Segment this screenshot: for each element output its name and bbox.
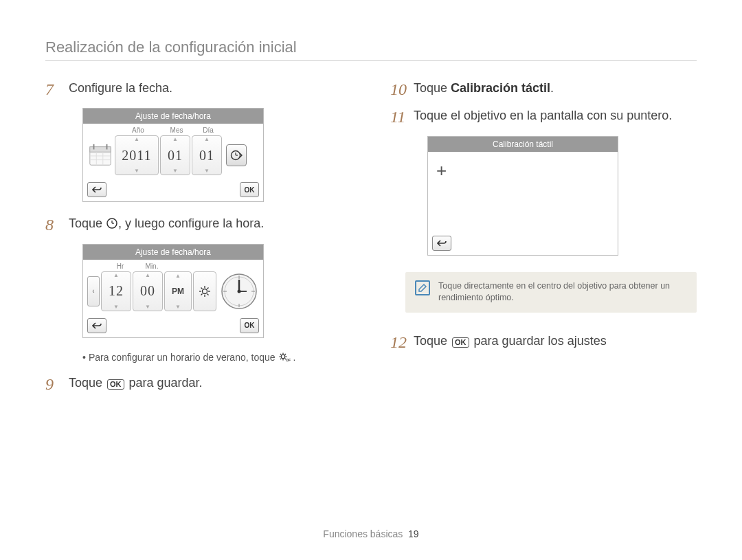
up-arrow-icon[interactable]: ▲ <box>134 137 139 142</box>
touch-calibration-screen: Calibración táctil + <box>427 136 697 256</box>
up-arrow-icon[interactable]: ▲ <box>175 273 181 279</box>
calendar-icon <box>87 142 113 169</box>
year-label: Año <box>116 126 160 134</box>
down-arrow-icon[interactable]: ▼ <box>113 304 119 310</box>
ampm-spinner[interactable]: ▲ PM ▼ <box>164 271 192 311</box>
dst-off-icon: OFF <box>278 352 291 362</box>
step-number: 8 <box>45 216 69 234</box>
month-spinner[interactable]: ▲ 01 ▼ <box>160 135 190 175</box>
pencil-note-icon <box>418 283 427 293</box>
back-button[interactable] <box>87 318 106 333</box>
month-value: 01 <box>168 148 183 164</box>
up-arrow-icon[interactable]: ▲ <box>113 273 119 278</box>
step-number: 9 <box>45 375 69 393</box>
bullet: • <box>82 352 86 363</box>
svg-line-20 <box>207 293 209 295</box>
screen-title: Calibración táctil <box>428 137 618 152</box>
chevron-left-icon: ‹ <box>92 287 94 295</box>
day-value: 01 <box>199 148 214 164</box>
ok-button[interactable]: OK <box>240 318 259 333</box>
ok-icon: OK <box>452 337 469 348</box>
minute-value: 00 <box>140 283 155 299</box>
down-arrow-icon[interactable]: ▼ <box>172 168 178 174</box>
svg-rect-1 <box>90 147 111 153</box>
ampm-value: PM <box>172 287 184 296</box>
page-footer: Funciones básicas 19 <box>0 528 742 539</box>
back-button[interactable] <box>432 236 451 251</box>
hour-spinner[interactable]: ▲ 12 ▼ <box>101 271 131 311</box>
step-text: Toque OK para guardar los ajustes <box>414 333 607 349</box>
down-arrow-icon[interactable]: ▼ <box>204 168 210 174</box>
svg-point-14 <box>203 289 207 293</box>
svg-line-40 <box>284 354 285 355</box>
svg-line-22 <box>207 287 209 289</box>
ok-icon: OK <box>107 379 124 390</box>
svg-point-31 <box>238 289 241 293</box>
tip-text: Toque directamente en el centro del obje… <box>438 280 687 304</box>
ok-button[interactable]: OK <box>240 182 259 197</box>
calibration-target-icon[interactable]: + <box>436 161 447 179</box>
month-label: Mes <box>161 126 192 134</box>
step-text: Toque Calibración táctil. <box>414 80 554 96</box>
clock-icon <box>106 217 118 229</box>
step-11: 11 Toque el objetivo en la pantalla con … <box>390 108 697 126</box>
step-text: Toque OK para guardar. <box>69 375 203 391</box>
down-arrow-icon[interactable]: ▼ <box>175 304 181 310</box>
page-number: 19 <box>408 528 419 539</box>
tip-callout: Toque directamente en el centro del obje… <box>405 272 697 313</box>
step-9: 9 Toque OK para guardar. <box>45 375 352 393</box>
two-column-layout: 7 Configure la fecha. Ajuste de fecha/ho… <box>45 80 697 403</box>
step-8: 8 Toque , y luego configure la hora. <box>45 216 352 234</box>
date-setting-screen: Ajuste de fecha/hora Año Mes Día <box>82 108 352 202</box>
svg-text:OFF: OFF <box>286 358 291 362</box>
clock-next-icon <box>229 148 243 162</box>
hour-label: Hr <box>105 262 135 270</box>
minute-spinner[interactable]: ▲ 00 ▼ <box>133 271 163 311</box>
down-arrow-icon[interactable]: ▼ <box>145 304 150 310</box>
up-arrow-icon[interactable]: ▲ <box>172 137 178 142</box>
screen-title: Ajuste de fecha/hora <box>83 109 263 124</box>
step-number: 12 <box>390 333 414 351</box>
svg-line-21 <box>201 293 203 295</box>
up-arrow-icon[interactable]: ▲ <box>204 137 210 142</box>
minute-label: Min. <box>137 262 167 270</box>
step-text: Toque , y luego configure la hora. <box>69 216 264 232</box>
step-text: Toque el objetivo en la pantalla con su … <box>414 108 672 124</box>
step-number: 10 <box>390 80 414 98</box>
year-value: 2011 <box>122 148 151 164</box>
left-column: 7 Configure la fecha. Ajuste de fecha/ho… <box>45 80 352 403</box>
back-arrow-icon <box>92 186 102 194</box>
day-spinner[interactable]: ▲ 01 ▼ <box>192 135 222 175</box>
note-icon <box>415 280 430 295</box>
manual-page: Realización de la configuración inicial … <box>0 0 742 560</box>
clock-button[interactable] <box>226 144 247 166</box>
day-label: Día <box>193 126 223 134</box>
svg-point-32 <box>281 355 285 359</box>
hour-value: 12 <box>109 283 124 299</box>
svg-line-37 <box>280 354 281 355</box>
svg-line-39 <box>280 358 281 359</box>
step-10: 10 Toque Calibración táctil. <box>390 80 697 98</box>
step-number: 11 <box>390 108 414 126</box>
right-column: 10 Toque Calibración táctil. 11 Toque el… <box>390 80 697 403</box>
clock-dial-icon <box>221 273 258 310</box>
back-button[interactable] <box>87 182 106 197</box>
year-spinner[interactable]: ▲ 2011 ▼ <box>115 135 159 175</box>
dst-sun-icon <box>198 284 212 298</box>
screen-title: Ajuste de fecha/hora <box>83 245 263 260</box>
step-12: 12 Toque OK para guardar los ajustes <box>390 333 697 351</box>
page-title: Realización de la configuración inicial <box>45 38 697 61</box>
back-arrow-icon <box>92 322 102 330</box>
footer-section: Funciones básicas <box>323 528 403 539</box>
up-arrow-icon[interactable]: ▲ <box>145 273 150 278</box>
prev-button[interactable]: ‹ <box>87 276 100 306</box>
step-number: 7 <box>45 80 69 98</box>
dst-button[interactable] <box>193 271 216 311</box>
step-text: Configure la fecha. <box>69 80 172 96</box>
down-arrow-icon[interactable]: ▼ <box>134 168 139 174</box>
step-7: 7 Configure la fecha. <box>45 80 352 98</box>
svg-line-19 <box>201 287 203 289</box>
back-arrow-icon <box>437 239 447 247</box>
time-setting-screen: Ajuste de fecha/hora Hr Min. ‹ ▲ <box>82 244 352 338</box>
dst-note: • Para configurar un horario de verano, … <box>82 352 352 363</box>
